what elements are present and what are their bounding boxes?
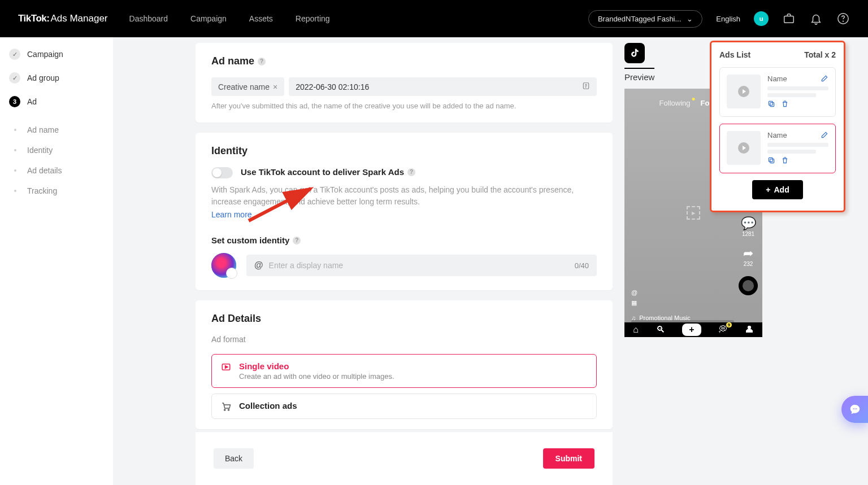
play-icon — [727, 131, 761, 165]
remove-chip-icon[interactable]: × — [273, 82, 277, 91]
chevron-down-icon: ⌄ — [687, 15, 693, 23]
footer-bar: Back Submit — [196, 431, 613, 485]
ad-name-input[interactable]: 2022-06-30 02:10:16 — [289, 77, 597, 96]
creative-name-chip: Creative name × — [211, 77, 284, 96]
plus-icon: + — [682, 324, 701, 336]
nav-assets[interactable]: Assets — [249, 14, 273, 23]
trash-icon[interactable] — [781, 100, 789, 110]
add-button[interactable]: + Add — [752, 180, 802, 199]
svg-point-21 — [853, 408, 854, 409]
nav-dashboard[interactable]: Dashboard — [129, 14, 168, 23]
preview-label: Preview — [624, 68, 654, 82]
check-icon: ✓ — [9, 72, 20, 84]
sidebar: ✓ Campaign ✓ Ad group 3 Ad Ad name Ident… — [0, 37, 113, 485]
copy-icon[interactable] — [767, 100, 775, 110]
edit-icon[interactable] — [821, 131, 828, 141]
substep-tracking[interactable]: Tracking — [9, 181, 104, 201]
substep-identity[interactable]: Identity — [9, 140, 104, 160]
svg-rect-14 — [769, 101, 772, 105]
ad-format-label: Ad format — [211, 335, 597, 344]
ads-list-item[interactable]: Name — [719, 67, 836, 117]
learn-more-link[interactable]: Learn more — [211, 210, 252, 219]
ad-details-card: Ad Details Ad format Single video Create… — [196, 300, 613, 429]
account-name: BrandedNTagged Fashi... — [598, 15, 681, 23]
format-single-video[interactable]: Single video Create an ad with one video… — [211, 354, 597, 388]
svg-rect-18 — [769, 158, 772, 161]
chat-fab[interactable] — [841, 396, 868, 423]
comment-icon: 💬1281 — [741, 216, 756, 237]
plus-icon: + — [766, 185, 770, 194]
video-placeholder-icon — [687, 206, 700, 220]
ad-name-card: Ad name ? Creative name × 2022-06-30 02:… — [196, 43, 613, 123]
identity-title: Identity — [211, 145, 248, 157]
ad-details-title: Ad Details — [211, 313, 261, 325]
ad-name-title: Ad name — [211, 55, 254, 67]
profile-icon: 👤︎ — [745, 325, 754, 335]
svg-point-22 — [854, 408, 856, 409]
at-icon: @ — [254, 260, 263, 270]
svg-point-2 — [843, 21, 844, 21]
identity-card: Identity Use TikTok account to deliver S… — [196, 133, 613, 290]
svg-point-23 — [856, 408, 857, 409]
svg-rect-17 — [770, 159, 774, 163]
svg-point-9 — [224, 409, 225, 410]
step-ad-group[interactable]: ✓ Ad group — [9, 72, 104, 84]
nav-campaign[interactable]: Campaign — [190, 14, 227, 23]
svg-rect-13 — [770, 103, 774, 107]
help-icon[interactable]: ? — [293, 237, 301, 244]
record-icon — [739, 276, 758, 295]
trash-icon[interactable] — [781, 156, 789, 166]
account-dropdown[interactable]: BrandedNTagged Fashi... ⌄ — [588, 10, 702, 28]
ads-list-item[interactable]: Name — [719, 124, 836, 173]
tiktok-icon — [624, 43, 645, 63]
logo: TikTok: Ads Manager — [18, 13, 108, 24]
substep-ad-details[interactable]: Ad details — [9, 160, 104, 181]
spark-toggle-label: Use TikTok account to deliver Spark Ads — [241, 167, 404, 177]
help-icon[interactable]: ? — [407, 168, 415, 176]
logo-brand: TikTok: — [18, 13, 49, 24]
step-campaign[interactable]: ✓ Campaign — [9, 49, 104, 60]
video-icon — [221, 362, 231, 372]
user-avatar[interactable]: u — [754, 11, 769, 26]
spark-description: With Spark Ads, you can run a TikTok acc… — [211, 184, 597, 208]
display-name-input[interactable]: @ Enter a display name 0/40 — [246, 255, 597, 276]
copy-icon[interactable] — [767, 156, 775, 166]
custom-identity-label: Set custom identity — [211, 235, 289, 245]
home-icon: ⌂ — [633, 325, 639, 335]
step-number: 3 — [9, 96, 20, 107]
ads-list-total: Total x 2 — [804, 50, 836, 59]
language-selector[interactable]: English — [716, 15, 740, 23]
substep-ad-name[interactable]: Ad name — [9, 120, 104, 140]
char-counter: 0/40 — [575, 261, 589, 270]
logo-sub: Ads Manager — [50, 13, 107, 24]
ads-list-title: Ads List — [719, 50, 750, 59]
briefcase-icon[interactable] — [782, 12, 796, 25]
play-icon — [727, 75, 761, 108]
edit-icon[interactable] — [821, 75, 828, 85]
ad-name-helper: After you've submitted this ad, the name… — [211, 102, 597, 110]
svg-rect-0 — [784, 16, 794, 23]
bell-icon[interactable] — [809, 12, 823, 25]
tab-following: Following — [659, 99, 691, 107]
svg-marker-8 — [225, 366, 228, 369]
cart-icon — [221, 401, 231, 412]
submit-button[interactable]: Submit — [543, 448, 594, 469]
share-icon: ➦232 — [743, 246, 753, 267]
spark-ads-toggle[interactable] — [211, 167, 233, 178]
notes-icon[interactable] — [582, 82, 590, 91]
format-collection-ads[interactable]: Collection ads — [211, 394, 597, 419]
help-icon[interactable] — [836, 12, 850, 25]
identity-avatar[interactable] — [211, 253, 236, 278]
preview-meta: @ ▦ — [631, 289, 637, 307]
search-icon: 🔍︎ — [656, 325, 665, 335]
svg-point-10 — [228, 409, 229, 410]
nav-reporting[interactable]: Reporting — [296, 14, 330, 23]
inbox-icon: 💭︎9 — [718, 325, 727, 335]
ads-list-panel: Ads List Total x 2 Name — [710, 41, 845, 212]
help-icon[interactable]: ? — [258, 58, 266, 65]
step-ad[interactable]: 3 Ad — [9, 96, 104, 107]
check-icon: ✓ — [9, 49, 20, 60]
back-button[interactable]: Back — [214, 448, 254, 469]
